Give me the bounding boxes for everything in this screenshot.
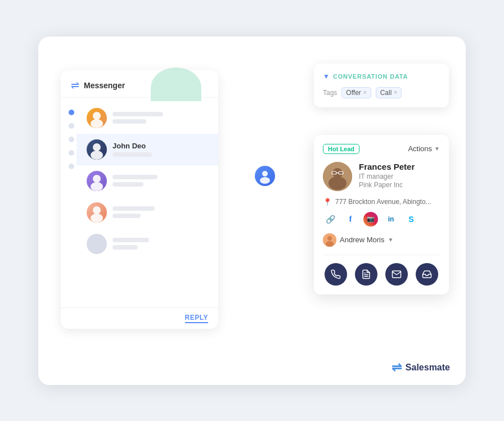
svg-point-4 xyxy=(93,175,101,183)
contact-info-row: Frances Peter IT manager Pink Paper Inc xyxy=(323,162,440,191)
social-links: 🔗 f 📷 in S xyxy=(323,212,440,227)
conv-preview-line xyxy=(112,119,146,124)
tag-call-close[interactable]: × xyxy=(394,89,397,96)
contact-card-top: Hot Lead Actions ▼ xyxy=(323,144,440,154)
facebook-icon[interactable]: f xyxy=(343,212,358,227)
svg-point-8 xyxy=(262,171,268,176)
tag-offer-label: Offer xyxy=(346,89,361,97)
sidebar-nav xyxy=(61,104,74,175)
conversation-item[interactable] xyxy=(76,102,218,134)
svg-point-9 xyxy=(260,177,270,184)
agent-row: Andrew Moris ▼ xyxy=(323,233,440,247)
main-card: ⇌ Messenger xyxy=(38,37,466,385)
svg-point-0 xyxy=(93,112,101,120)
salesmate-logo: ⇌ Salesmate xyxy=(392,360,450,375)
linkedin-icon[interactable]: in xyxy=(384,212,398,227)
svg-point-18 xyxy=(326,241,334,247)
avatar xyxy=(87,202,107,223)
tag-offer: Offer × xyxy=(341,87,371,98)
contact-name: Frances Peter xyxy=(359,162,440,171)
svg-point-6 xyxy=(93,206,101,214)
contact-address: 📍 777 Brockton Avenue, Abingto... xyxy=(323,198,440,206)
sidebar-dot[interactable] xyxy=(69,150,74,156)
svg-point-12 xyxy=(328,176,346,190)
conv-info xyxy=(112,175,208,187)
skype-icon[interactable]: S xyxy=(404,212,418,227)
actions-label: Actions xyxy=(408,144,432,153)
sidebar-dot[interactable] xyxy=(69,123,74,129)
conversation-item-selected[interactable]: John Deo xyxy=(76,134,218,165)
actions-button[interactable]: Actions ▼ xyxy=(408,144,440,153)
actions-dropdown-icon: ▼ xyxy=(434,146,440,152)
contact-role: IT manager xyxy=(359,173,440,180)
hot-lead-badge: Hot Lead xyxy=(323,144,359,154)
conv-info: John Deo xyxy=(112,142,208,157)
collapse-icon[interactable]: ▼ xyxy=(323,73,330,80)
svg-point-3 xyxy=(91,151,103,160)
partial-avatar xyxy=(255,166,275,186)
svg-point-17 xyxy=(327,236,332,241)
inbox-button[interactable] xyxy=(416,263,438,286)
svg-point-7 xyxy=(91,214,103,223)
messenger-logo-icon: ⇌ xyxy=(71,79,79,92)
conv-preview-line xyxy=(112,245,138,250)
contact-avatar xyxy=(323,162,352,191)
contact-company: Pink Paper Inc xyxy=(359,181,440,189)
conversation-item[interactable] xyxy=(76,165,218,197)
contact-details: Frances Peter IT manager Pink Paper Inc xyxy=(359,162,440,189)
messenger-panel: ⇌ Messenger xyxy=(61,70,218,329)
conv-data-header: ▼ CONVERSATION DATA xyxy=(323,73,440,80)
conv-data-title: CONVERSATION DATA xyxy=(333,73,408,80)
conv-preview-line xyxy=(112,182,143,187)
email-button[interactable] xyxy=(385,263,408,286)
tags-label: Tags xyxy=(323,89,337,97)
action-icons-row xyxy=(323,255,440,286)
agent-dropdown-icon[interactable]: ▼ xyxy=(388,237,393,243)
svg-point-2 xyxy=(93,143,101,151)
conversation-item[interactable] xyxy=(76,228,218,260)
conversation-list: John Deo xyxy=(61,98,218,328)
sidebar-dot[interactable] xyxy=(69,110,74,115)
svg-point-1 xyxy=(91,119,103,128)
conv-info xyxy=(112,112,208,124)
svg-point-5 xyxy=(91,182,103,191)
reply-button[interactable]: REPLY xyxy=(185,314,208,323)
link-icon[interactable]: 🔗 xyxy=(323,212,338,227)
phone-button[interactable] xyxy=(325,263,347,286)
salesmate-brand: Salesmate xyxy=(406,363,450,373)
tags-row: Tags Offer × Call × xyxy=(323,87,440,98)
conv-name-line xyxy=(112,206,155,211)
avatar xyxy=(87,171,107,191)
tag-call-label: Call xyxy=(380,89,392,97)
reply-bar: REPLY xyxy=(61,307,218,329)
messenger-title: Messenger xyxy=(84,81,125,90)
sidebar-dot[interactable] xyxy=(69,137,74,142)
avatar xyxy=(87,234,107,254)
contact-card: Hot Lead Actions ▼ Frances xyxy=(314,135,449,295)
avatar xyxy=(87,108,107,128)
conv-name-line xyxy=(112,175,158,179)
instagram-icon[interactable]: 📷 xyxy=(363,212,378,227)
location-icon: 📍 xyxy=(323,198,332,206)
tag-call: Call × xyxy=(376,87,402,98)
notes-button[interactable] xyxy=(355,263,377,286)
address-text: 777 Brockton Avenue, Abingto... xyxy=(335,198,431,206)
conv-preview-line xyxy=(112,214,141,218)
conv-preview-line xyxy=(112,152,152,157)
conv-info xyxy=(112,238,208,250)
tag-offer-close[interactable]: × xyxy=(363,89,367,96)
agent-avatar xyxy=(323,233,336,247)
sidebar-dot[interactable] xyxy=(69,164,74,169)
contact-name: John Deo xyxy=(112,142,208,150)
conv-info xyxy=(112,206,208,218)
agent-name: Andrew Moris xyxy=(340,236,384,244)
conv-name-line xyxy=(112,238,149,242)
conversation-item[interactable] xyxy=(76,197,218,228)
conv-name-line xyxy=(112,112,163,116)
conversation-data-card: ▼ CONVERSATION DATA Tags Offer × Call × xyxy=(314,64,449,107)
avatar xyxy=(87,139,107,160)
salesmate-icon: ⇌ xyxy=(392,360,402,375)
